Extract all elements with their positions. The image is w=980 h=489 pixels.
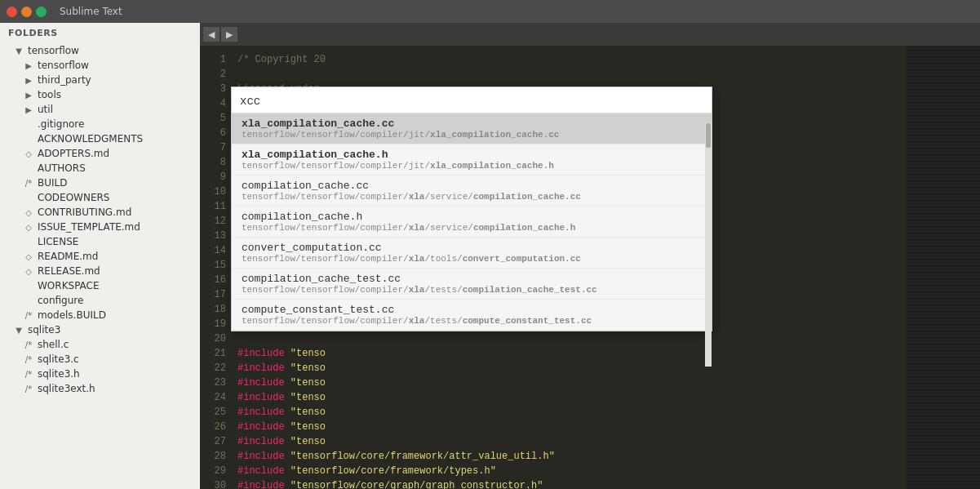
sidebar-item-contributing[interactable]: ◇ CONTRIBUTING.md	[0, 205, 200, 220]
sidebar-item-label: third_party	[38, 74, 91, 86]
file-build-icon: /*	[23, 179, 34, 188]
sidebar-header: FOLDERS	[0, 23, 200, 43]
sidebar-item-label: CODEOWNERS	[38, 192, 109, 203]
autocomplete-filename-3: compilation_cache.cc	[242, 180, 702, 192]
sidebar-item-issue-template[interactable]: ◇ ISSUE_TEMPLATE.md	[0, 220, 200, 234]
close-button[interactable]	[7, 7, 17, 17]
file-md-icon: ◇	[23, 252, 34, 261]
sidebar-item-label: sqlite3ext.h	[38, 383, 95, 394]
sidebar-item-label: tensorflow	[28, 45, 79, 56]
folder-closed-icon: ▶	[23, 91, 34, 100]
line-numbers: 12345 678910 1112131415 1617181920 21222…	[200, 46, 231, 489]
sidebar-item-acknowledgments[interactable]: ACKNOWLEDGMENTS	[0, 131, 200, 146]
autocomplete-path-5: tensorflow/tensorflow/compiler/xla/tools…	[242, 254, 702, 264]
file-c-icon: /*	[23, 355, 34, 364]
sidebar-item-label: WORKSPACE	[38, 280, 100, 291]
search-box	[232, 87, 712, 113]
sidebar-item-label: util	[38, 104, 53, 115]
sidebar-item-release[interactable]: ◇ RELEASE.md	[0, 264, 200, 278]
sidebar-item-tensorflow-root[interactable]: ▼ tensorflow	[0, 43, 200, 58]
search-input[interactable]	[240, 95, 703, 108]
editor-nav: ◀ ▶	[200, 23, 980, 46]
minimize-button[interactable]	[21, 7, 32, 17]
nav-next-button[interactable]: ▶	[221, 27, 237, 42]
sidebar-item-label: shell.c	[38, 339, 69, 350]
sidebar-item-sqlite3ext-h[interactable]: /* sqlite3ext.h	[0, 381, 200, 396]
sidebar-item-util[interactable]: ▶ util	[0, 102, 200, 117]
file-c-icon: /*	[23, 340, 34, 349]
file-md-icon: ◇	[23, 267, 34, 276]
sidebar-item-label: .gitignore	[38, 118, 84, 130]
autocomplete-item-2[interactable]: xla_compilation_cache.h tensorflow/tenso…	[232, 144, 712, 176]
sidebar-item-label: LICENSE	[38, 236, 78, 247]
folder-open-icon: ▼	[13, 47, 24, 56]
sidebar-item-label: BUILD	[38, 177, 67, 189]
sidebar-item-tools[interactable]: ▶ tools	[0, 87, 200, 102]
scrollbar-thumb	[706, 123, 711, 148]
file-md-icon: ◇	[23, 223, 34, 232]
autocomplete-dropdown: xla_compilation_cache.cc tensorflow/tens…	[231, 87, 712, 331]
sidebar: FOLDERS ▼ tensorflow ▶ tensorflow ▶ thir…	[0, 23, 200, 489]
sidebar-item-gitignore[interactable]: .gitignore	[0, 117, 200, 131]
file-md-icon: ◇	[23, 208, 34, 217]
sidebar-item-label: tools	[38, 89, 61, 100]
sidebar-item-sqlite3-h[interactable]: /* sqlite3.h	[0, 367, 200, 381]
folder-closed-icon: ▶	[23, 61, 34, 70]
sidebar-item-label: configure	[38, 295, 83, 306]
autocomplete-item-7[interactable]: compute_constant_test.cc tensorflow/tens…	[232, 300, 712, 331]
folder-closed-icon: ▶	[23, 76, 34, 85]
sidebar-item-label: CONTRIBUTING.md	[38, 207, 131, 218]
sidebar-item-shell-c[interactable]: /* shell.c	[0, 337, 200, 352]
sidebar-item-adopters[interactable]: ◇ ADOPTERS.md	[0, 146, 200, 161]
autocomplete-path-1: tensorflow/tensorflow/compiler/jit/xla_c…	[242, 130, 702, 140]
folder-closed-icon: ▶	[23, 105, 34, 114]
nav-prev-button[interactable]: ◀	[203, 27, 220, 42]
sidebar-item-label: ACKNOWLEDGMENTS	[38, 133, 143, 144]
autocomplete-filename-7: compute_constant_test.cc	[242, 304, 702, 316]
file-build-icon: /*	[23, 311, 34, 320]
autocomplete-scrollbar[interactable]	[705, 123, 712, 367]
sidebar-item-tensorflow-sub[interactable]: ▶ tensorflow	[0, 58, 200, 73]
sidebar-item-label: models.BUILD	[38, 309, 106, 321]
maximize-button[interactable]	[36, 7, 47, 17]
sidebar-item-models-build[interactable]: /* models.BUILD	[0, 308, 200, 322]
sidebar-item-label: sqlite3.c	[38, 353, 79, 365]
folder-open-icon: ▼	[13, 326, 24, 335]
app-title: Sublime Text	[60, 6, 122, 17]
editor-area: ◀ ▶ 12345 678910 1112131415 1617181920 2…	[200, 23, 980, 489]
sidebar-item-label: sqlite3	[28, 324, 60, 336]
autocomplete-filename-5: convert_computation.cc	[242, 242, 702, 254]
autocomplete-item-3[interactable]: compilation_cache.cc tensorflow/tensorfl…	[232, 176, 712, 207]
autocomplete-filename-6: compilation_cache_test.cc	[242, 273, 702, 285]
autocomplete-path-7: tensorflow/tensorflow/compiler/xla/tests…	[242, 316, 702, 326]
sidebar-item-codeowners[interactable]: CODEOWNERS	[0, 190, 200, 205]
sidebar-item-workspace[interactable]: WORKSPACE	[0, 278, 200, 293]
sidebar-item-configure[interactable]: configure	[0, 293, 200, 308]
sidebar-item-license[interactable]: LICENSE	[0, 234, 200, 249]
sidebar-item-sqlite3-root[interactable]: ▼ sqlite3	[0, 322, 200, 337]
window-controls	[7, 7, 47, 17]
file-h-icon: /*	[23, 370, 34, 379]
sidebar-item-label: ISSUE_TEMPLATE.md	[38, 221, 140, 233]
minimap-content	[907, 46, 980, 489]
autocomplete-item-1[interactable]: xla_compilation_cache.cc tensorflow/tens…	[232, 113, 712, 144]
sidebar-item-readme[interactable]: ◇ README.md	[0, 249, 200, 264]
sidebar-item-label: tensorflow	[38, 60, 89, 71]
sidebar-item-sqlite3-c[interactable]: /* sqlite3.c	[0, 352, 200, 367]
autocomplete-item-4[interactable]: compilation_cache.h tensorflow/tensorflo…	[232, 207, 712, 238]
autocomplete-filename-4: compilation_cache.h	[242, 211, 702, 223]
sidebar-item-build[interactable]: /* BUILD	[0, 176, 200, 190]
autocomplete-item-6[interactable]: compilation_cache_test.cc tensorflow/ten…	[232, 269, 712, 300]
autocomplete-path-2: tensorflow/tensorflow/compiler/jit/xla_c…	[242, 161, 702, 171]
autocomplete-path-4: tensorflow/tensorflow/compiler/xla/servi…	[242, 223, 702, 233]
autocomplete-filename-1: xla_compilation_cache.cc	[242, 118, 702, 130]
autocomplete-path-6: tensorflow/tensorflow/compiler/xla/tests…	[242, 285, 702, 295]
sidebar-item-third-party[interactable]: ▶ third_party	[0, 73, 200, 87]
autocomplete-path-3: tensorflow/tensorflow/compiler/xla/servi…	[242, 192, 702, 202]
titlebar: Sublime Text	[0, 0, 980, 23]
sidebar-item-label: sqlite3.h	[38, 368, 80, 380]
sidebar-item-label: ADOPTERS.md	[38, 148, 109, 159]
autocomplete-filename-2: xla_compilation_cache.h	[242, 149, 702, 161]
autocomplete-item-5[interactable]: convert_computation.cc tensorflow/tensor…	[232, 238, 712, 269]
sidebar-item-authors[interactable]: AUTHORS	[0, 161, 200, 176]
